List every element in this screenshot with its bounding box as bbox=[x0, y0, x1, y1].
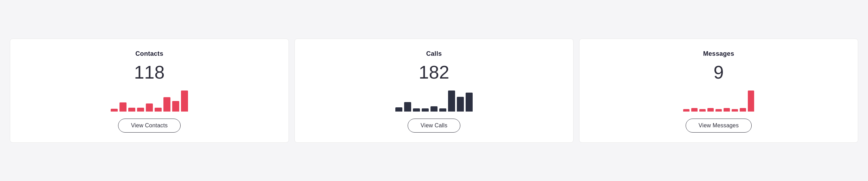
calls-bar-5 bbox=[439, 108, 446, 112]
calls-title: Calls bbox=[426, 50, 442, 58]
contacts-bar-6 bbox=[163, 97, 170, 112]
contacts-bar-7 bbox=[172, 101, 179, 112]
calls-number: 182 bbox=[419, 63, 449, 81]
contacts-bar-3 bbox=[137, 108, 144, 112]
contacts-bar-0 bbox=[111, 109, 118, 112]
contacts-bar-2 bbox=[128, 108, 135, 112]
calls-bar-2 bbox=[413, 108, 420, 112]
card-messages: Messages9View Messages bbox=[579, 39, 858, 143]
messages-chart bbox=[588, 87, 849, 112]
calls-bar-0 bbox=[395, 107, 402, 112]
messages-bar-2 bbox=[699, 109, 706, 112]
contacts-number: 118 bbox=[134, 63, 165, 81]
calls-bar-6 bbox=[448, 90, 455, 112]
messages-bar-7 bbox=[740, 108, 746, 112]
calls-bar-3 bbox=[422, 108, 429, 112]
messages-bar-6 bbox=[732, 109, 738, 112]
contacts-bar-4 bbox=[146, 103, 153, 112]
messages-bar-1 bbox=[691, 108, 698, 112]
calls-chart bbox=[303, 87, 565, 112]
contacts-bar-1 bbox=[119, 102, 127, 112]
card-contacts: Contacts118View Contacts bbox=[10, 39, 289, 143]
calls-bar-4 bbox=[430, 106, 438, 112]
calls-bar-1 bbox=[404, 102, 411, 112]
card-calls: Calls182View Calls bbox=[294, 39, 574, 143]
messages-bar-4 bbox=[715, 109, 722, 112]
calls-bar-7 bbox=[457, 97, 464, 112]
messages-number: 9 bbox=[714, 63, 724, 81]
calls-view-button[interactable]: View Calls bbox=[408, 119, 460, 133]
contacts-bar-8 bbox=[181, 90, 188, 112]
cards-container: Contacts118View ContactsCalls182View Cal… bbox=[0, 29, 868, 153]
messages-bar-8 bbox=[748, 90, 754, 112]
contacts-title: Contacts bbox=[135, 50, 163, 58]
contacts-bar-5 bbox=[155, 108, 162, 112]
messages-bar-5 bbox=[724, 108, 730, 112]
messages-title: Messages bbox=[703, 50, 734, 58]
messages-view-button[interactable]: View Messages bbox=[686, 119, 752, 133]
messages-bar-0 bbox=[683, 109, 689, 112]
messages-bar-3 bbox=[707, 108, 714, 112]
contacts-view-button[interactable]: View Contacts bbox=[118, 119, 181, 133]
contacts-chart bbox=[19, 87, 280, 112]
calls-bar-8 bbox=[466, 93, 473, 112]
